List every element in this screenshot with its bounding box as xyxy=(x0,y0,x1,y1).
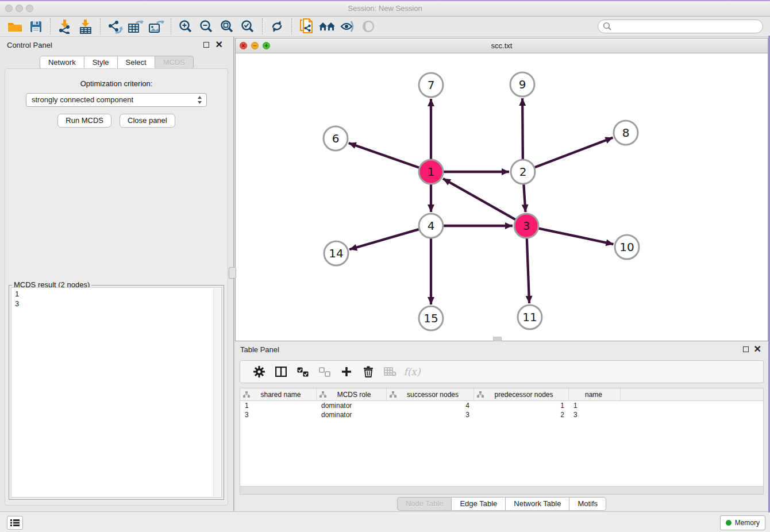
copy-network-icon[interactable] xyxy=(296,18,317,35)
import-table-icon[interactable] xyxy=(75,18,96,35)
column-header-name[interactable]: name xyxy=(569,388,621,400)
node-2[interactable]: 2 xyxy=(511,160,535,184)
node-7[interactable]: 7 xyxy=(419,73,443,97)
table-cell[interactable]: 3 xyxy=(387,410,474,419)
column-header-MCDS-role[interactable]: MCDS role xyxy=(317,388,387,400)
export-network-icon[interactable] xyxy=(105,18,125,35)
tree-icon xyxy=(390,391,396,398)
tab-network-table[interactable]: Network Table xyxy=(506,497,569,511)
show-hide-graphics-icon[interactable] xyxy=(337,18,358,35)
table-cell[interactable]: dominator xyxy=(317,410,387,419)
svg-text:7: 7 xyxy=(428,78,435,92)
edge-3-11[interactable] xyxy=(527,238,529,303)
node-4[interactable]: 4 xyxy=(419,214,443,238)
close-panel-button[interactable]: Close panel xyxy=(120,114,175,128)
table-cell[interactable]: 2 xyxy=(474,410,569,419)
trash-icon[interactable] xyxy=(357,363,379,380)
node-9[interactable]: 9 xyxy=(510,72,534,97)
edge-3-1[interactable] xyxy=(443,179,515,219)
first-neighbors-icon[interactable] xyxy=(317,18,337,35)
export-image-icon[interactable] xyxy=(146,18,167,35)
table-cell[interactable]: dominator xyxy=(317,401,387,410)
table-cell[interactable]: 1 xyxy=(474,401,569,410)
tab-edge-table[interactable]: Edge Table xyxy=(452,497,506,511)
node-10[interactable]: 10 xyxy=(615,235,639,259)
result-scrollbar[interactable] xyxy=(213,288,221,496)
memory-status-icon xyxy=(726,520,732,526)
search-box[interactable] xyxy=(598,20,763,33)
svg-text:1: 1 xyxy=(428,165,435,179)
float-panel-icon[interactable] xyxy=(743,346,749,352)
svg-text:3: 3 xyxy=(523,219,530,233)
svg-text:11: 11 xyxy=(522,310,537,324)
table-cell[interactable]: 4 xyxy=(387,401,474,410)
tab-mcds[interactable]: MCDS xyxy=(155,56,194,70)
table-row[interactable]: 1dominator411 xyxy=(240,401,763,410)
app-title: Session: New Session xyxy=(0,1,770,16)
close-panel-icon[interactable]: ✕ xyxy=(215,39,223,51)
edge-4-14[interactable] xyxy=(349,229,419,249)
zoom-fit-icon[interactable] xyxy=(217,18,237,35)
run-mcds-button[interactable]: Run MCDS xyxy=(57,114,111,128)
node-8[interactable]: 8 xyxy=(614,121,638,145)
edge-2-9[interactable] xyxy=(522,98,523,159)
column-header-successor-nodes[interactable]: successor nodes xyxy=(387,388,474,400)
close-panel-icon[interactable]: ✕ xyxy=(754,344,761,355)
table-row[interactable]: 3dominator323 xyxy=(240,410,763,419)
open-session-icon[interactable] xyxy=(5,18,25,35)
import-network-icon[interactable] xyxy=(55,18,75,35)
tab-select[interactable]: Select xyxy=(118,56,155,70)
table-cell[interactable]: 1 xyxy=(569,401,621,410)
float-panel-icon[interactable] xyxy=(203,42,209,48)
node-11[interactable]: 11 xyxy=(518,305,542,329)
node-3[interactable]: 3 xyxy=(514,214,538,238)
edge-1-6[interactable] xyxy=(349,143,419,168)
gear-icon[interactable] xyxy=(248,363,270,380)
deselect-all-icon[interactable] xyxy=(314,363,336,380)
horizontal-splitter-handle[interactable] xyxy=(493,337,502,341)
vertical-splitter-handle[interactable] xyxy=(229,267,236,279)
tab-node-table[interactable]: Node Table xyxy=(397,497,452,511)
network-window: × − + scc.txt 7968124314101511 xyxy=(235,38,768,341)
edge-2-3[interactable] xyxy=(523,184,525,212)
node-14[interactable]: 14 xyxy=(324,241,348,265)
column-header-shared-name[interactable]: shared name xyxy=(240,388,317,400)
tab-style[interactable]: Style xyxy=(84,56,118,70)
node-1[interactable]: 1 xyxy=(419,160,443,184)
search-input[interactable] xyxy=(614,21,763,32)
task-history-button[interactable] xyxy=(7,516,23,530)
list-icon xyxy=(10,519,20,526)
table-panel-title: Table Panel xyxy=(240,341,279,358)
memory-button[interactable]: Memory xyxy=(720,515,765,530)
delete-column-icon xyxy=(379,363,401,380)
zoom-in-icon[interactable] xyxy=(175,18,196,35)
network-window-titlebar: × − + scc.txt xyxy=(236,38,768,53)
table-cell[interactable]: 1 xyxy=(240,401,317,410)
zoom-selected-icon[interactable] xyxy=(237,18,258,35)
split-view-icon[interactable] xyxy=(270,363,292,380)
table-footer-shelf xyxy=(240,487,764,495)
svg-text:14: 14 xyxy=(329,246,343,260)
column-header-predecessor-nodes[interactable]: predecessor nodes xyxy=(474,388,569,400)
table-cell[interactable]: 3 xyxy=(569,410,621,419)
table-cell[interactable]: 3 xyxy=(240,410,317,419)
add-icon[interactable] xyxy=(336,363,357,380)
node-table[interactable]: shared nameMCDS rolesuccessor nodesprede… xyxy=(240,388,764,487)
node-15[interactable]: 15 xyxy=(419,306,443,330)
network-canvas[interactable]: 7968124314101511 xyxy=(236,53,768,341)
edge-3-10[interactable] xyxy=(539,229,614,244)
apply-layout-icon[interactable] xyxy=(267,18,287,35)
edge-2-8[interactable] xyxy=(535,138,613,168)
tab-network[interactable]: Network xyxy=(40,56,84,70)
save-session-icon[interactable] xyxy=(25,18,46,35)
optimization-criterion-label: Optimization criterion: xyxy=(5,79,228,88)
export-table-icon[interactable] xyxy=(125,18,146,35)
tree-icon xyxy=(319,391,326,398)
zoom-out-icon[interactable] xyxy=(196,18,217,35)
tree-icon xyxy=(477,391,484,398)
tab-motifs[interactable]: Motifs xyxy=(569,497,606,511)
optimization-criterion-dropdown[interactable]: strongly connected component xyxy=(26,93,207,107)
node-6[interactable]: 6 xyxy=(324,126,348,151)
mcds-result-text[interactable]: 1 3 xyxy=(11,287,222,498)
select-all-icon[interactable] xyxy=(292,363,314,380)
